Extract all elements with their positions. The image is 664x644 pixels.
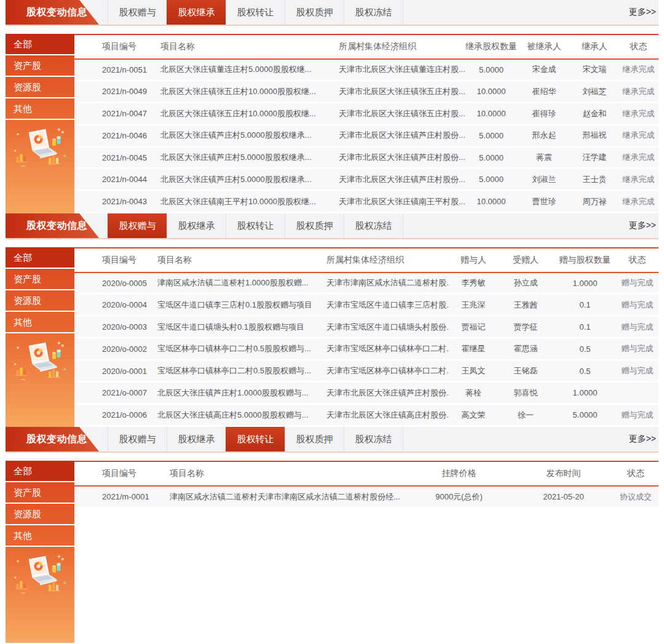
sidebar-item-asset-shares[interactable]: 资产股 [6, 55, 74, 77]
sidebar-item-resource-shares[interactable]: 资源股 [6, 77, 74, 98]
tab-equity-inheritance[interactable]: 股权继承 [167, 427, 226, 451]
col-publish-date: 发布时间 [514, 468, 615, 479]
laptop-analytics-illustration [12, 552, 68, 603]
sidebar-item-all[interactable]: 全部 [6, 247, 74, 269]
sidebar-item-resource-shares[interactable]: 资源股 [6, 290, 74, 312]
col-inherited-quantity: 继承股权数量 [465, 41, 520, 52]
col-village-collective-org: 所属村集体经济组织 [326, 255, 449, 266]
cell-project-name: 宝坻区牛道口镇李三店村0.1股股权赠与项目 [157, 300, 326, 311]
cell-decedent: 崔绍华 [520, 86, 571, 97]
cell-inherited-quantity: 10.0000 [465, 197, 520, 206]
tab-equity-pledge[interactable]: 股权质押 [285, 427, 344, 451]
tab-bar: 股权赠与股权继承股权转让股权质押股权冻结 [108, 0, 403, 25]
cell-project-id: 2021/m-0001 [74, 492, 170, 501]
sidebar-item-other[interactable]: 其他 [6, 312, 74, 333]
cell-heir: 邢福祝 [571, 130, 621, 141]
tab-equity-freeze[interactable]: 股权冻结 [344, 213, 403, 238]
table-header-row: 项目编号项目名称所属村集体经济组织赠与人受赠人赠与股权数量状态 [74, 248, 658, 273]
cell-village-collective-org: 天津市宝坻区牛道口镇塘头村股份... [326, 322, 449, 333]
cell-donee: 徐一 [500, 410, 554, 421]
table-row[interactable]: 2021/o-0007北辰区大张庄镇芦庄村1.0000股股权赠与...天津市北辰… [74, 383, 658, 403]
tab-equity-freeze[interactable]: 股权冻结 [344, 0, 403, 25]
cell-project-name: 津南区咸水沽镇二道桥村天津市津南区咸水沽镇二道桥村股份经... [170, 491, 406, 503]
sidebar-item-all[interactable]: 全部 [6, 461, 74, 482]
cell-donor: 贾福记 [449, 322, 500, 333]
section-title: 股权变动信息 [26, 7, 87, 17]
cell-inherited-quantity: 10.0000 [465, 109, 520, 118]
cell-village-collective-org: 天津市北辰区大张庄镇芦庄村股份... [326, 388, 449, 399]
table-row[interactable]: 2020/o-0002宝坻区林亭口镇林亭口二村0.5股股权赠与...天津市宝坻区… [74, 339, 658, 359]
cell-project-id: 2021/n-0049 [74, 87, 160, 96]
cell-heir: 王士贵 [571, 174, 621, 185]
tab-bar: 股权赠与股权继承股权转让股权质押股权冻结 [108, 213, 403, 238]
tab-equity-pledge[interactable]: 股权质押 [285, 0, 344, 25]
category-sidebar: 全部资产股资源股其他 [6, 34, 74, 213]
cell-status: 继承完成 [621, 86, 658, 97]
col-project-name: 项目名称 [160, 41, 339, 52]
cell-project-id: 2021/n-0043 [74, 197, 160, 206]
equity-change-section-inheritance: 股权变动信息股权赠与股权继承股权转让股权质押股权冻结更多>>全部资产股资源股其他… [6, 0, 658, 213]
col-project-id: 项目编号 [74, 255, 157, 266]
tab-equity-inheritance[interactable]: 股权继承 [167, 0, 226, 25]
tab-equity-gift[interactable]: 股权赠与 [108, 427, 167, 451]
cell-village-collective-org: 天津市宝坻区林亭口镇林亭口二村... [326, 365, 449, 376]
cell-village-collective-org: 天津市北辰区大张庄镇南王平村股... [339, 196, 465, 207]
sidebar-item-resource-shares[interactable]: 资源股 [6, 504, 74, 525]
cell-project-name: 宝坻区林亭口镇林亭口二村0.5股股权赠与... [157, 343, 326, 354]
cell-heir: 刘福芝 [571, 86, 621, 97]
cell-donor: 王凤文 [449, 365, 500, 376]
table-row[interactable]: 2020/o-0003宝坻区牛道口镇塘头村0.1股股权赠与项目天津市宝坻区牛道口… [74, 317, 658, 337]
cell-decedent: 蒋震 [520, 152, 571, 163]
cell-status: 赠与完成 [619, 322, 658, 333]
more-link[interactable]: 更多>> [629, 220, 658, 231]
col-project-id: 项目编号 [74, 41, 160, 52]
tab-equity-inheritance[interactable]: 股权继承 [167, 213, 226, 238]
cell-heir: 赵金和 [571, 108, 621, 119]
sidebar-item-asset-shares[interactable]: 资产股 [6, 482, 74, 504]
cell-project-name: 北辰区大张庄镇南王平村10.0000股股权继... [160, 196, 339, 207]
col-project-name: 项目名称 [170, 468, 406, 479]
more-link[interactable]: 更多>> [629, 434, 658, 445]
tab-equity-pledge[interactable]: 股权质押 [285, 213, 344, 238]
cell-village-collective-org: 天津市津南区咸水沽镇二道桥村股... [326, 277, 449, 288]
data-table: 项目编号项目名称所属村集体经济组织继承股权数量被继承人继承人状态2021/n-0… [74, 34, 658, 213]
table-row[interactable]: 2021/o-0006北辰区大张庄镇高庄村5.0000股股权赠与...天津市北辰… [74, 405, 658, 425]
sidebar-item-other[interactable]: 其他 [6, 98, 74, 120]
table-row[interactable]: 2021/n-0049北辰区大张庄镇张五庄村10.0000股股权继...天津市北… [74, 81, 658, 101]
sidebar-illustration [6, 120, 74, 213]
table-row[interactable]: 2020/o-0001宝坻区林亭口镇林亭口二村0.5股股权赠与...天津市宝坻区… [74, 361, 658, 381]
tab-equity-freeze[interactable]: 股权冻结 [344, 427, 403, 451]
sidebar-illustration [6, 333, 74, 427]
tab-equity-gift[interactable]: 股权赠与 [108, 213, 167, 238]
table-row[interactable]: 2021/n-0044北辰区大张庄镇芦庄村5.0000股股权继承...天津市北辰… [74, 169, 658, 189]
col-donee: 受赠人 [500, 255, 554, 266]
cell-project-name: 宝坻区林亭口镇林亭口二村0.5股股权赠与... [157, 365, 326, 376]
table-row[interactable]: 2020/o-0004宝坻区牛道口镇李三店村0.1股股权赠与项目天津市宝坻区牛道… [74, 295, 658, 315]
sidebar-item-all[interactable]: 全部 [6, 34, 74, 55]
tab-bar: 股权赠与股权继承股权转让股权质押股权冻结 [108, 427, 403, 451]
section-body: 全部资产股资源股其他 项目编号项目名称所属村集体经济组织赠与人受赠人赠与股权数量… [6, 247, 658, 427]
cell-status: 继承完成 [621, 152, 658, 163]
tab-equity-transfer[interactable]: 股权转让 [226, 427, 285, 451]
tab-equity-gift[interactable]: 股权赠与 [108, 0, 167, 25]
cell-heir: 汪学建 [571, 152, 621, 163]
table-row[interactable]: 2021/n-0045北辰区大张庄镇芦庄村5.0000股股权继承...天津市北辰… [74, 148, 658, 168]
cell-gift-quantity: 0.1 [554, 322, 619, 332]
more-link[interactable]: 更多>> [629, 7, 658, 18]
sidebar-item-asset-shares[interactable]: 资产股 [6, 269, 74, 290]
cell-project-id: 2021/o-0006 [74, 410, 157, 419]
laptop-analytics-illustration [12, 125, 68, 177]
section-title: 股权变动信息 [26, 434, 87, 444]
table-row[interactable]: 2021/n-0047北辰区大张庄镇张五庄村10.0000股股权继...天津市北… [74, 103, 658, 124]
cell-status: 继承完成 [621, 130, 658, 141]
table-row[interactable]: 2021/n-0051北辰区大张庄镇董连庄村5.0000股股权继...天津市北辰… [74, 60, 658, 80]
cell-village-collective-org: 天津市北辰区大张庄镇张五庄村股... [339, 108, 465, 119]
table-row[interactable]: 2021/n-0046北辰区大张庄镇芦庄村5.0000股股权继承...天津市北辰… [74, 125, 658, 146]
table-row[interactable]: 2020/o-0005津南区咸水沽镇二道桥村1.0000股股权赠...天津市津南… [74, 273, 658, 293]
table-row[interactable]: 2021/n-0043北辰区大张庄镇南王平村10.0000股股权继...天津市北… [74, 191, 658, 212]
tab-equity-transfer[interactable]: 股权转让 [226, 0, 285, 25]
sidebar-item-other[interactable]: 其他 [6, 525, 74, 547]
tab-equity-transfer[interactable]: 股权转让 [226, 213, 285, 238]
col-status: 状态 [615, 468, 658, 479]
table-row[interactable]: 2021/m-0001津南区咸水沽镇二道桥村天津市津南区咸水沽镇二道桥村股份经.… [74, 487, 658, 507]
